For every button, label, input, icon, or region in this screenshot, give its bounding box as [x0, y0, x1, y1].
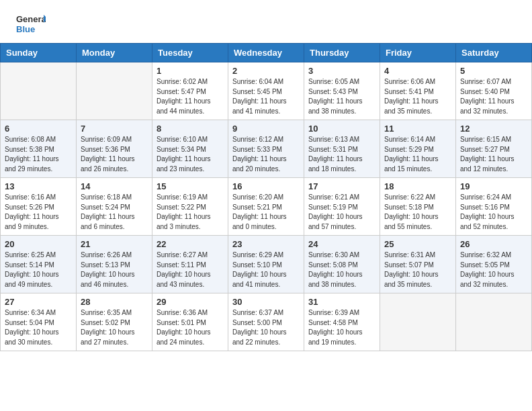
calendar-cell: 22Sunrise: 6:27 AM Sunset: 5:11 PM Dayli… — [152, 236, 228, 293]
calendar-cell: 2Sunrise: 6:04 AM Sunset: 5:45 PM Daylig… — [228, 62, 304, 120]
day-number: 29 — [157, 297, 224, 307]
calendar-cell: 17Sunrise: 6:21 AM Sunset: 5:19 PM Dayli… — [304, 178, 380, 236]
day-info: Sunrise: 6:12 AM Sunset: 5:33 PM Dayligh… — [232, 135, 300, 174]
day-info: Sunrise: 6:10 AM Sunset: 5:34 PM Dayligh… — [157, 135, 224, 174]
svg-text:Blue: Blue — [16, 24, 35, 34]
day-info: Sunrise: 6:19 AM Sunset: 5:22 PM Dayligh… — [157, 193, 224, 232]
calendar-cell: 14Sunrise: 6:18 AM Sunset: 5:24 PM Dayli… — [77, 178, 152, 236]
day-number: 24 — [308, 239, 375, 249]
day-number: 3 — [308, 66, 375, 76]
calendar-cell: 20Sunrise: 6:25 AM Sunset: 5:14 PM Dayli… — [1, 236, 77, 293]
calendar-week-row: 6Sunrise: 6:08 AM Sunset: 5:38 PM Daylig… — [1, 120, 532, 178]
calendar-cell: 7Sunrise: 6:09 AM Sunset: 5:36 PM Daylig… — [77, 120, 152, 178]
calendar-table: SundayMondayTuesdayWednesdayThursdayFrid… — [0, 43, 532, 351]
calendar-cell: 30Sunrise: 6:37 AM Sunset: 5:00 PM Dayli… — [228, 293, 304, 351]
calendar-cell: 5Sunrise: 6:07 AM Sunset: 5:40 PM Daylig… — [456, 62, 532, 120]
calendar-cell: 9Sunrise: 6:12 AM Sunset: 5:33 PM Daylig… — [228, 120, 304, 178]
weekday-header-row: SundayMondayTuesdayWednesdayThursdayFrid… — [1, 44, 532, 62]
day-info: Sunrise: 6:07 AM Sunset: 5:40 PM Dayligh… — [460, 77, 527, 116]
day-info: Sunrise: 6:37 AM Sunset: 5:00 PM Dayligh… — [232, 308, 300, 347]
day-number: 8 — [157, 124, 224, 134]
day-info: Sunrise: 6:21 AM Sunset: 5:19 PM Dayligh… — [308, 193, 375, 232]
calendar-cell — [1, 62, 77, 120]
calendar-cell — [456, 293, 532, 351]
day-number: 27 — [5, 297, 72, 307]
day-number: 26 — [460, 239, 527, 249]
calendar-cell: 10Sunrise: 6:13 AM Sunset: 5:31 PM Dayli… — [304, 120, 380, 178]
day-number: 22 — [157, 239, 224, 249]
day-number: 1 — [157, 66, 224, 76]
day-info: Sunrise: 6:05 AM Sunset: 5:43 PM Dayligh… — [308, 77, 375, 116]
day-number: 16 — [232, 181, 300, 191]
day-number: 4 — [384, 66, 451, 76]
calendar-cell: 28Sunrise: 6:35 AM Sunset: 5:02 PM Dayli… — [77, 293, 152, 351]
day-info: Sunrise: 6:24 AM Sunset: 5:16 PM Dayligh… — [460, 193, 527, 232]
logo: General Blue — [16, 12, 46, 36]
day-number: 13 — [5, 181, 72, 191]
calendar-cell: 27Sunrise: 6:34 AM Sunset: 5:04 PM Dayli… — [1, 293, 77, 351]
page-header: General Blue — [0, 0, 532, 43]
day-info: Sunrise: 6:27 AM Sunset: 5:11 PM Dayligh… — [157, 250, 224, 289]
day-info: Sunrise: 6:13 AM Sunset: 5:31 PM Dayligh… — [308, 135, 375, 174]
day-info: Sunrise: 6:36 AM Sunset: 5:01 PM Dayligh… — [157, 308, 224, 347]
day-number: 15 — [157, 181, 224, 191]
day-number: 23 — [232, 239, 300, 249]
weekday-header-thursday: Thursday — [304, 44, 380, 62]
calendar-cell: 26Sunrise: 6:32 AM Sunset: 5:05 PM Dayli… — [456, 236, 532, 293]
calendar-cell: 29Sunrise: 6:36 AM Sunset: 5:01 PM Dayli… — [152, 293, 228, 351]
calendar-cell: 11Sunrise: 6:14 AM Sunset: 5:29 PM Dayli… — [380, 120, 456, 178]
day-number: 12 — [460, 124, 527, 134]
calendar-cell: 8Sunrise: 6:10 AM Sunset: 5:34 PM Daylig… — [152, 120, 228, 178]
calendar-week-row: 13Sunrise: 6:16 AM Sunset: 5:26 PM Dayli… — [1, 178, 532, 236]
weekday-header-sunday: Sunday — [1, 44, 77, 62]
calendar-cell: 25Sunrise: 6:31 AM Sunset: 5:07 PM Dayli… — [380, 236, 456, 293]
calendar-cell: 21Sunrise: 6:26 AM Sunset: 5:13 PM Dayli… — [77, 236, 152, 293]
day-number: 19 — [460, 181, 527, 191]
calendar-week-row: 1Sunrise: 6:02 AM Sunset: 5:47 PM Daylig… — [1, 62, 532, 120]
calendar-cell: 16Sunrise: 6:20 AM Sunset: 5:21 PM Dayli… — [228, 178, 304, 236]
day-info: Sunrise: 6:14 AM Sunset: 5:29 PM Dayligh… — [384, 135, 451, 174]
calendar-cell: 23Sunrise: 6:29 AM Sunset: 5:10 PM Dayli… — [228, 236, 304, 293]
calendar-cell: 18Sunrise: 6:22 AM Sunset: 5:18 PM Dayli… — [380, 178, 456, 236]
day-number: 30 — [232, 297, 300, 307]
day-info: Sunrise: 6:31 AM Sunset: 5:07 PM Dayligh… — [384, 250, 451, 289]
calendar-cell: 1Sunrise: 6:02 AM Sunset: 5:47 PM Daylig… — [152, 62, 228, 120]
day-number: 7 — [81, 124, 148, 134]
calendar-week-row: 27Sunrise: 6:34 AM Sunset: 5:04 PM Dayli… — [1, 293, 532, 351]
day-number: 28 — [81, 297, 148, 307]
day-number: 25 — [384, 239, 451, 249]
day-info: Sunrise: 6:22 AM Sunset: 5:18 PM Dayligh… — [384, 193, 451, 232]
day-number: 10 — [308, 124, 375, 134]
day-info: Sunrise: 6:08 AM Sunset: 5:38 PM Dayligh… — [5, 135, 72, 174]
svg-text:General: General — [16, 14, 46, 24]
logo-svg: General Blue — [16, 12, 46, 36]
weekday-header-tuesday: Tuesday — [152, 44, 228, 62]
day-info: Sunrise: 6:09 AM Sunset: 5:36 PM Dayligh… — [81, 135, 148, 174]
day-info: Sunrise: 6:16 AM Sunset: 5:26 PM Dayligh… — [5, 193, 72, 232]
calendar-cell: 4Sunrise: 6:06 AM Sunset: 5:41 PM Daylig… — [380, 62, 456, 120]
day-info: Sunrise: 6:29 AM Sunset: 5:10 PM Dayligh… — [232, 250, 300, 289]
day-number: 21 — [81, 239, 148, 249]
calendar-cell: 19Sunrise: 6:24 AM Sunset: 5:16 PM Dayli… — [456, 178, 532, 236]
day-info: Sunrise: 6:02 AM Sunset: 5:47 PM Dayligh… — [157, 77, 224, 116]
day-info: Sunrise: 6:30 AM Sunset: 5:08 PM Dayligh… — [308, 250, 375, 289]
calendar-cell — [380, 293, 456, 351]
day-number: 9 — [232, 124, 300, 134]
calendar-cell: 31Sunrise: 6:39 AM Sunset: 4:58 PM Dayli… — [304, 293, 380, 351]
day-info: Sunrise: 6:04 AM Sunset: 5:45 PM Dayligh… — [232, 77, 300, 116]
day-info: Sunrise: 6:25 AM Sunset: 5:14 PM Dayligh… — [5, 250, 72, 289]
day-info: Sunrise: 6:20 AM Sunset: 5:21 PM Dayligh… — [232, 193, 300, 232]
day-number: 5 — [460, 66, 527, 76]
day-info: Sunrise: 6:06 AM Sunset: 5:41 PM Dayligh… — [384, 77, 451, 116]
day-info: Sunrise: 6:34 AM Sunset: 5:04 PM Dayligh… — [5, 308, 72, 347]
calendar-week-row: 20Sunrise: 6:25 AM Sunset: 5:14 PM Dayli… — [1, 236, 532, 293]
day-number: 20 — [5, 239, 72, 249]
day-info: Sunrise: 6:32 AM Sunset: 5:05 PM Dayligh… — [460, 250, 527, 289]
day-number: 11 — [384, 124, 451, 134]
day-info: Sunrise: 6:15 AM Sunset: 5:27 PM Dayligh… — [460, 135, 527, 174]
day-info: Sunrise: 6:26 AM Sunset: 5:13 PM Dayligh… — [81, 250, 148, 289]
day-number: 2 — [232, 66, 300, 76]
weekday-header-saturday: Saturday — [456, 44, 532, 62]
calendar-cell: 15Sunrise: 6:19 AM Sunset: 5:22 PM Dayli… — [152, 178, 228, 236]
calendar-cell: 6Sunrise: 6:08 AM Sunset: 5:38 PM Daylig… — [1, 120, 77, 178]
